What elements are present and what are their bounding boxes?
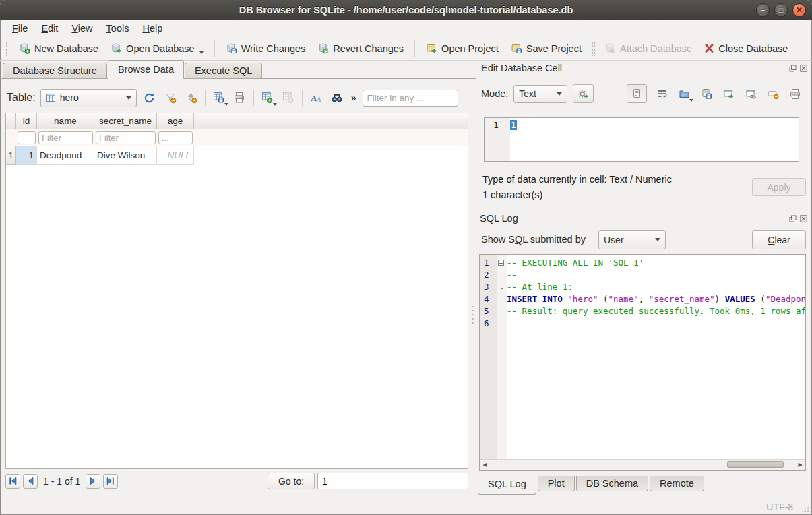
menu-edit[interactable]: Edit — [34, 22, 65, 35]
menu-file[interactable]: File — [5, 22, 34, 35]
import-file-button[interactable] — [677, 86, 691, 102]
fold-collapse-icon[interactable]: − — [498, 260, 504, 266]
close-dock-button[interactable] — [799, 214, 808, 223]
float-dock-button[interactable] — [788, 64, 797, 73]
toolbar-drag-handle[interactable] — [591, 41, 595, 56]
last-page-icon — [106, 477, 115, 485]
text-mode-button[interactable] — [627, 84, 647, 103]
dock-tab-db-schema[interactable]: DB Schema — [576, 476, 648, 491]
header-filler — [194, 113, 468, 129]
dock-tab-plot[interactable]: Plot — [538, 476, 575, 491]
mode-select[interactable]: Text — [513, 85, 567, 103]
sql-log-view[interactable]: 1−-- EXECUTING ALL IN 'SQL 1'2--3-- At l… — [479, 254, 806, 471]
cell-name[interactable]: Deadpond — [37, 146, 94, 165]
filter-input-name[interactable] — [38, 131, 93, 144]
menu-help[interactable]: Help — [135, 22, 169, 35]
clear-log-button[interactable]: Clear — [752, 230, 806, 249]
import-file-icon — [679, 88, 690, 100]
link-button[interactable] — [743, 86, 758, 102]
cell-id[interactable]: 1 — [16, 146, 37, 165]
word-wrap-button[interactable] — [654, 86, 669, 102]
dock-tab-remote[interactable]: Remote — [650, 476, 704, 491]
open-database-dropdown-icon[interactable] — [199, 51, 204, 54]
column-header-age[interactable]: age — [157, 113, 194, 129]
apply-button[interactable]: Apply — [752, 178, 806, 196]
export-file-button[interactable] — [699, 86, 714, 102]
first-page-button[interactable] — [5, 474, 20, 489]
delete-record-icon — [282, 92, 294, 104]
sql-submitter-select[interactable]: User — [598, 230, 666, 249]
open-project-icon — [426, 42, 437, 54]
print-cell-button[interactable] — [788, 86, 803, 102]
resize-grip-icon[interactable] — [801, 504, 810, 513]
menu-view[interactable]: View — [65, 22, 99, 35]
edit-font-button[interactable]: AA — [308, 89, 324, 107]
clear-sorting-button[interactable] — [183, 89, 199, 107]
open-database-button[interactable]: Open Database — [104, 39, 210, 57]
tab-database-structure[interactable]: Database Structure — [3, 63, 107, 78]
dock-tab-sql-log[interactable]: SQL Log — [478, 476, 536, 495]
menu-tools[interactable]: Tools — [100, 22, 136, 35]
record-range-label: 1 - 1 of 1 — [40, 476, 83, 487]
minimize-button[interactable]: − — [756, 3, 770, 17]
filter-input-age[interactable] — [158, 131, 193, 144]
save-results-dropdown-icon[interactable] — [224, 103, 228, 106]
horizontal-scrollbar[interactable]: ◀ ▶ — [480, 459, 805, 470]
tab-browse-data[interactable]: Browse Data — [108, 60, 184, 79]
fold-margin — [497, 281, 507, 293]
global-filter-input[interactable] — [363, 90, 458, 107]
clear-sorting-icon — [185, 92, 197, 104]
last-page-button[interactable] — [103, 474, 118, 489]
column-header-secret-name[interactable]: secret_name — [94, 113, 157, 129]
filter-input-secret-name[interactable] — [96, 131, 156, 144]
set-null-button[interactable] — [766, 86, 780, 102]
import-file-dropdown-icon[interactable] — [689, 99, 693, 102]
mode-select-value: Text — [519, 88, 536, 99]
scroll-left-button[interactable]: ◀ — [480, 460, 490, 469]
window-title: DB Browser for SQLite - /home/user/code/… — [239, 5, 573, 16]
table-select[interactable]: hero — [40, 89, 137, 107]
row-number-cell[interactable]: 1 — [6, 146, 16, 165]
insert-record-button[interactable] — [259, 89, 276, 107]
scroll-right-button[interactable]: ▶ — [795, 460, 805, 469]
tab-label: Remote — [660, 478, 694, 489]
new-database-button[interactable]: New Database — [13, 39, 104, 57]
maximize-button[interactable]: □ — [774, 3, 788, 17]
cell-age[interactable]: NULL — [157, 146, 194, 165]
close-dock-button[interactable] — [799, 64, 808, 73]
pane-splitter[interactable] — [471, 305, 474, 325]
attach-database-button[interactable]: Attach Database — [598, 39, 698, 57]
previous-page-button[interactable] — [23, 474, 38, 489]
cell-editor[interactable]: 1 1 — [484, 117, 799, 162]
column-header-id[interactable]: id — [16, 113, 37, 129]
next-page-button[interactable] — [86, 474, 100, 489]
print-button[interactable] — [232, 89, 248, 107]
open-project-button[interactable]: Open Project — [420, 39, 505, 57]
open-in-window-button[interactable] — [721, 86, 736, 102]
save-results-button[interactable] — [211, 89, 227, 107]
revert-changes-button[interactable]: Revert Changes — [311, 39, 410, 57]
scrollbar-thumb[interactable] — [727, 461, 784, 468]
find-button[interactable] — [329, 89, 345, 107]
delete-record-button[interactable] — [280, 89, 296, 107]
editor-line-number: 1 — [485, 118, 510, 161]
new-database-label: New Database — [34, 43, 98, 54]
toolbar-drag-handle[interactable] — [5, 41, 9, 56]
toolbar-overflow-button[interactable]: » — [350, 92, 358, 103]
auto-apply-button[interactable] — [573, 84, 594, 103]
column-header-name[interactable]: name — [37, 113, 94, 129]
goto-input[interactable] — [317, 473, 468, 489]
close-button[interactable]: ✕ — [792, 3, 806, 17]
clear-filters-button[interactable] — [162, 89, 179, 107]
save-project-button[interactable]: Save Project — [505, 39, 588, 57]
insert-record-dropdown-icon[interactable] — [273, 103, 277, 106]
goto-button[interactable]: Go to: — [268, 473, 315, 489]
tab-execute-sql[interactable]: Execute SQL — [185, 63, 262, 78]
refresh-button[interactable] — [142, 89, 158, 107]
editor-content[interactable]: 1 — [510, 118, 517, 161]
float-dock-button[interactable] — [788, 214, 797, 223]
close-database-button[interactable]: Close Database — [698, 40, 794, 57]
cell-secret-name[interactable]: Dive Wilson — [94, 146, 157, 165]
write-changes-button[interactable]: Write Changes — [220, 39, 312, 57]
filter-input-id[interactable] — [18, 131, 36, 144]
